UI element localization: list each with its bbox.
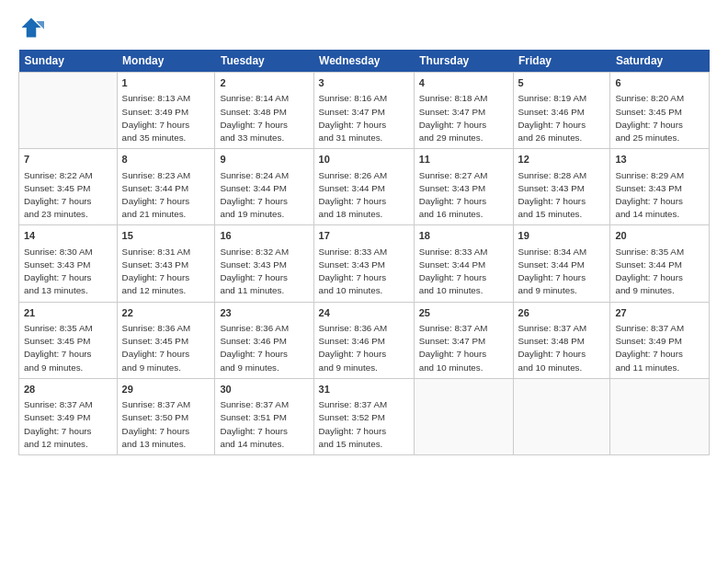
calendar-cell: 6Sunrise: 8:20 AMSunset: 3:45 PMDaylight…: [610, 73, 710, 149]
calendar-cell: 27Sunrise: 8:37 AMSunset: 3:49 PMDayligh…: [610, 302, 710, 378]
calendar-cell: 14Sunrise: 8:30 AMSunset: 3:43 PMDayligh…: [19, 225, 118, 302]
cell-content: Sunrise: 8:33 AMSunset: 3:43 PMDaylight:…: [319, 246, 409, 298]
cell-content: Sunrise: 8:37 AMSunset: 3:52 PMDaylight:…: [319, 398, 409, 451]
cell-content: Sunrise: 8:35 AMSunset: 3:45 PMDaylight:…: [24, 322, 112, 374]
calendar-cell: 31Sunrise: 8:37 AMSunset: 3:52 PMDayligh…: [313, 378, 414, 454]
calendar-cell: [610, 378, 710, 454]
day-number: 11: [419, 153, 508, 167]
cell-content: Sunrise: 8:33 AMSunset: 3:44 PMDaylight:…: [419, 246, 508, 298]
cell-content: Sunrise: 8:23 AMSunset: 3:44 PMDaylight:…: [122, 169, 210, 222]
header-day: Monday: [117, 50, 215, 73]
calendar-cell: 5Sunrise: 8:19 AMSunset: 3:46 PMDaylight…: [513, 73, 610, 149]
calendar-cell: 22Sunrise: 8:36 AMSunset: 3:45 PMDayligh…: [117, 302, 215, 378]
header-day: Wednesday: [313, 50, 414, 73]
day-number: 26: [518, 306, 606, 320]
calendar-cell: 16Sunrise: 8:32 AMSunset: 3:43 PMDayligh…: [215, 225, 313, 302]
day-number: 28: [24, 383, 112, 396]
calendar-cell: [414, 378, 513, 454]
cell-content: Sunrise: 8:37 AMSunset: 3:50 PMDaylight:…: [122, 398, 210, 451]
cell-content: Sunrise: 8:35 AMSunset: 3:44 PMDaylight:…: [615, 246, 704, 298]
logo-icon: [18, 15, 44, 40]
day-number: 19: [518, 229, 606, 243]
header-day: Friday: [513, 50, 610, 73]
calendar-cell: 28Sunrise: 8:37 AMSunset: 3:49 PMDayligh…: [19, 378, 118, 454]
day-number: 6: [615, 76, 704, 90]
cell-content: Sunrise: 8:31 AMSunset: 3:43 PMDaylight:…: [122, 246, 210, 298]
calendar-table: SundayMondayTuesdayWednesdayThursdayFrid…: [18, 50, 710, 455]
calendar-cell: 2Sunrise: 8:14 AMSunset: 3:48 PMDaylight…: [215, 73, 313, 149]
cell-content: Sunrise: 8:36 AMSunset: 3:46 PMDaylight:…: [220, 322, 308, 374]
week-row: 7Sunrise: 8:22 AMSunset: 3:45 PMDaylight…: [19, 149, 710, 225]
day-number: 14: [24, 229, 112, 243]
week-row: 28Sunrise: 8:37 AMSunset: 3:49 PMDayligh…: [19, 378, 710, 454]
calendar-cell: 18Sunrise: 8:33 AMSunset: 3:44 PMDayligh…: [414, 225, 513, 302]
cell-content: Sunrise: 8:19 AMSunset: 3:46 PMDaylight:…: [518, 92, 606, 144]
day-number: 25: [419, 306, 508, 320]
cell-content: Sunrise: 8:37 AMSunset: 3:48 PMDaylight:…: [518, 322, 606, 374]
calendar-cell: 25Sunrise: 8:37 AMSunset: 3:47 PMDayligh…: [414, 302, 513, 378]
day-number: 4: [419, 76, 508, 90]
cell-content: Sunrise: 8:30 AMSunset: 3:43 PMDaylight:…: [24, 246, 112, 298]
cell-content: Sunrise: 8:36 AMSunset: 3:46 PMDaylight:…: [319, 322, 409, 374]
calendar-cell: [19, 73, 118, 149]
header-row: SundayMondayTuesdayWednesdayThursdayFrid…: [19, 50, 710, 73]
cell-content: Sunrise: 8:34 AMSunset: 3:44 PMDaylight:…: [518, 246, 606, 298]
day-number: 13: [615, 153, 704, 167]
cell-content: Sunrise: 8:27 AMSunset: 3:43 PMDaylight:…: [419, 169, 508, 222]
calendar-cell: 4Sunrise: 8:18 AMSunset: 3:47 PMDaylight…: [414, 73, 513, 149]
header: [18, 15, 710, 40]
day-number: 8: [122, 153, 210, 167]
day-number: 20: [615, 229, 704, 243]
calendar-cell: 20Sunrise: 8:35 AMSunset: 3:44 PMDayligh…: [610, 225, 710, 302]
calendar-cell: 11Sunrise: 8:27 AMSunset: 3:43 PMDayligh…: [414, 149, 513, 225]
week-row: 14Sunrise: 8:30 AMSunset: 3:43 PMDayligh…: [19, 225, 710, 302]
calendar-cell: 9Sunrise: 8:24 AMSunset: 3:44 PMDaylight…: [215, 149, 313, 225]
cell-content: Sunrise: 8:29 AMSunset: 3:43 PMDaylight:…: [615, 169, 704, 222]
cell-content: Sunrise: 8:37 AMSunset: 3:49 PMDaylight:…: [615, 322, 704, 374]
week-row: 21Sunrise: 8:35 AMSunset: 3:45 PMDayligh…: [19, 302, 710, 378]
day-number: 24: [319, 306, 409, 320]
cell-content: Sunrise: 8:22 AMSunset: 3:45 PMDaylight:…: [24, 169, 112, 222]
day-number: 3: [319, 76, 409, 90]
logo: [18, 15, 48, 40]
day-number: 31: [319, 383, 409, 396]
calendar-cell: 13Sunrise: 8:29 AMSunset: 3:43 PMDayligh…: [610, 149, 710, 225]
cell-content: Sunrise: 8:37 AMSunset: 3:47 PMDaylight:…: [419, 322, 508, 374]
calendar-cell: 29Sunrise: 8:37 AMSunset: 3:50 PMDayligh…: [117, 378, 215, 454]
day-number: 21: [24, 306, 112, 320]
cell-content: Sunrise: 8:14 AMSunset: 3:48 PMDaylight:…: [220, 92, 308, 144]
page: SundayMondayTuesdayWednesdayThursdayFrid…: [0, 0, 728, 563]
cell-content: Sunrise: 8:24 AMSunset: 3:44 PMDaylight:…: [220, 169, 308, 222]
day-number: 9: [220, 153, 308, 167]
calendar-cell: 8Sunrise: 8:23 AMSunset: 3:44 PMDaylight…: [117, 149, 215, 225]
svg-marker-0: [22, 18, 41, 38]
day-number: 16: [220, 229, 308, 243]
calendar-cell: 23Sunrise: 8:36 AMSunset: 3:46 PMDayligh…: [215, 302, 313, 378]
day-number: 12: [518, 153, 606, 167]
cell-content: Sunrise: 8:37 AMSunset: 3:51 PMDaylight:…: [220, 398, 308, 451]
calendar-cell: 21Sunrise: 8:35 AMSunset: 3:45 PMDayligh…: [19, 302, 118, 378]
calendar-cell: 26Sunrise: 8:37 AMSunset: 3:48 PMDayligh…: [513, 302, 610, 378]
cell-content: Sunrise: 8:18 AMSunset: 3:47 PMDaylight:…: [419, 92, 508, 144]
day-number: 23: [220, 306, 308, 320]
calendar-cell: 10Sunrise: 8:26 AMSunset: 3:44 PMDayligh…: [313, 149, 414, 225]
day-number: 29: [122, 383, 210, 396]
calendar-cell: 19Sunrise: 8:34 AMSunset: 3:44 PMDayligh…: [513, 225, 610, 302]
cell-content: Sunrise: 8:28 AMSunset: 3:43 PMDaylight:…: [518, 169, 606, 222]
cell-content: Sunrise: 8:13 AMSunset: 3:49 PMDaylight:…: [122, 92, 210, 144]
cell-content: Sunrise: 8:37 AMSunset: 3:49 PMDaylight:…: [24, 398, 112, 451]
cell-content: Sunrise: 8:32 AMSunset: 3:43 PMDaylight:…: [220, 246, 308, 298]
header-day: Tuesday: [215, 50, 313, 73]
header-day: Sunday: [19, 50, 118, 73]
day-number: 2: [220, 76, 308, 90]
day-number: 27: [615, 306, 704, 320]
calendar-cell: 7Sunrise: 8:22 AMSunset: 3:45 PMDaylight…: [19, 149, 118, 225]
week-row: 1Sunrise: 8:13 AMSunset: 3:49 PMDaylight…: [19, 73, 710, 149]
header-day: Thursday: [414, 50, 513, 73]
cell-content: Sunrise: 8:36 AMSunset: 3:45 PMDaylight:…: [122, 322, 210, 374]
calendar-cell: 3Sunrise: 8:16 AMSunset: 3:47 PMDaylight…: [313, 73, 414, 149]
calendar-cell: 24Sunrise: 8:36 AMSunset: 3:46 PMDayligh…: [313, 302, 414, 378]
day-number: 5: [518, 76, 606, 90]
day-number: 30: [220, 383, 308, 396]
calendar-cell: 15Sunrise: 8:31 AMSunset: 3:43 PMDayligh…: [117, 225, 215, 302]
